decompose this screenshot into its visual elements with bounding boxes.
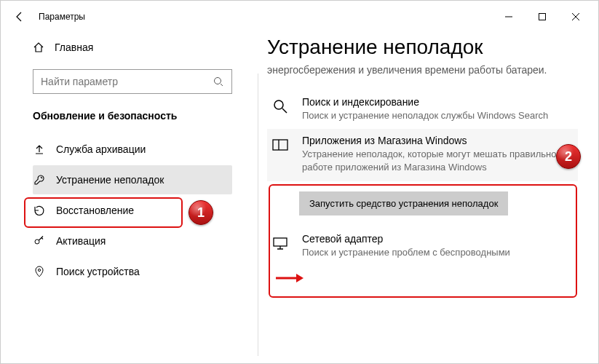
ts-title: Приложения из Магазина Windows [302,135,575,146]
home-nav[interactable]: Главная [33,33,232,62]
maximize-button[interactable] [525,5,559,28]
search-icon [270,96,290,122]
minimize-button[interactable] [492,5,525,28]
home-icon [33,41,44,53]
network-icon [270,233,290,259]
back-button[interactable] [7,4,33,30]
titlebar: Параметры [1,1,598,33]
run-troubleshooter-button[interactable]: Запустить средство устранения неполадок [299,191,508,215]
category-header: Обновление и безопасность [33,110,232,122]
key-icon [33,235,46,247]
nav-label: Поиск устройства [56,266,140,277]
sidebar-item-find-device[interactable]: Поиск устройства [33,257,232,286]
search-input[interactable] [41,76,213,87]
search-input-container[interactable] [33,69,232,94]
wrench-icon [33,174,46,186]
ts-title: Поиск и индексирование [302,96,548,108]
search-icon [213,76,224,87]
svg-rect-0 [539,14,546,20]
apps-icon [270,135,290,173]
ts-desc: Устранение неполадок, которые могут меша… [302,148,575,173]
svg-point-3 [38,269,40,271]
ts-desc: Поиск и устранение неполадок службы Wind… [302,109,548,122]
sidebar-item-activation[interactable]: Активация [33,226,232,256]
sidebar-item-recovery[interactable]: Восстановление [33,196,232,225]
svg-point-1 [215,78,221,84]
recovery-icon [33,205,46,216]
nav-label: Служба архивации [56,143,146,155]
close-button[interactable] [559,5,592,28]
troubleshoot-item-network[interactable]: Сетевой адаптер Поиск и устранение пробл… [267,227,578,266]
sidebar-item-troubleshoot[interactable]: Устранение неполадок [33,165,232,194]
sidebar: Главная Обновление и безопасность Служба… [1,33,247,363]
main-panel: Устранение неполадок энергосбережения и … [247,33,598,363]
location-icon [33,266,46,277]
home-label: Главная [55,41,93,53]
ts-desc: Поиск и устранение проблем с беспроводны… [302,246,510,259]
page-subdesc: энергосбережения и увеличения времени ра… [267,63,578,77]
nav-label: Устранение неполадок [56,174,164,186]
troubleshoot-item-store-apps[interactable]: Приложения из Магазина Windows Устранени… [267,129,578,181]
ts-title: Сетевой адаптер [302,233,510,245]
svg-point-4 [274,100,283,109]
svg-point-2 [35,240,39,244]
nav-label: Активация [56,235,106,247]
page-title: Устранение неполадок [267,36,578,59]
window-controls [492,5,592,28]
troubleshoot-item-search[interactable]: Поиск и индексирование Поиск и устранени… [267,90,578,130]
window-title: Параметры [39,12,85,22]
svg-rect-5 [273,140,287,150]
nav-label: Восстановление [56,205,134,216]
svg-rect-6 [274,238,287,246]
sidebar-item-backup[interactable]: Служба архивации [33,135,232,164]
upload-icon [33,143,46,155]
